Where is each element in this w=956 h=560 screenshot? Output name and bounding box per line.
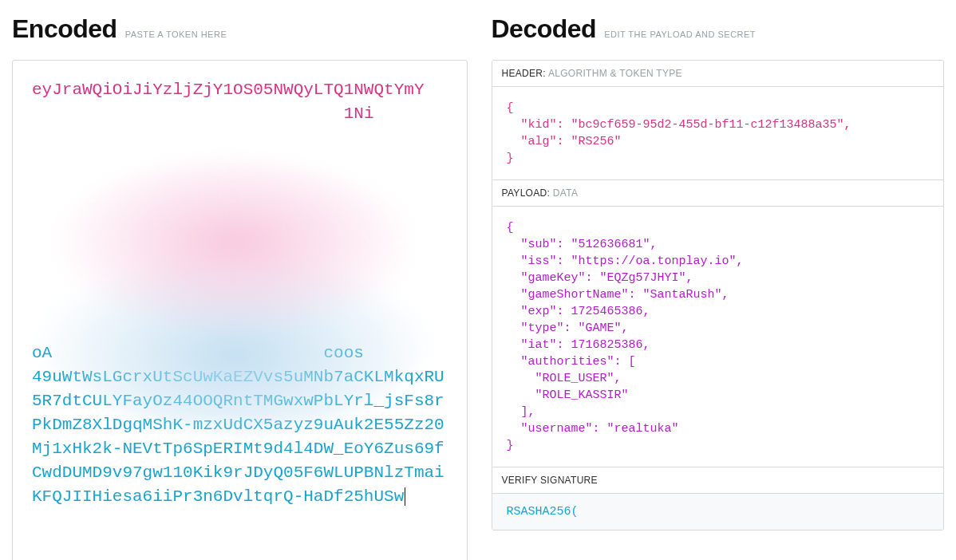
redaction-smudge [17, 160, 452, 432]
verify-section-title: VERIFY SIGNATURE [492, 467, 944, 494]
token-signature-part: 49uWtWsLGcrxUtScUwKaEZVvs5uMNb7aCKLMkqxR… [32, 368, 444, 506]
encoded-subtitle: PASTE A TOKEN HERE [125, 30, 227, 39]
header-section-label: HEADER: [502, 68, 546, 79]
header-section-sublabel: ALGORITHM & TOKEN TYPE [548, 68, 682, 79]
token-sig-mid: coos [323, 344, 363, 362]
payload-section-title: PAYLOAD: DATA [492, 180, 944, 207]
header-section-title: HEADER: ALGORITHM & TOKEN TYPE [492, 61, 944, 87]
verify-section-label: VERIFY SIGNATURE [502, 475, 598, 486]
decoded-title: Decoded [492, 14, 597, 44]
token-header-part: eyJraWQiOiJiYzljZjY1OS05NWQyLTQ1NWQtYmY [32, 81, 424, 99]
encoded-token-input[interactable]: eyJraWQiOiJiYzljZjY1OS05NWQyLTQ1NWQtYmYx… [12, 60, 468, 560]
payload-section-label: PAYLOAD: [502, 187, 551, 199]
token-sig-pre: oA [32, 344, 52, 362]
decoded-subtitle: EDIT THE PAYLOAD AND SECRET [604, 30, 756, 39]
text-cursor [405, 487, 405, 506]
header-json-editor[interactable]: { "kid": "bc9cf659-95d2-455d-bf11-c12f13… [492, 87, 944, 179]
encoded-title: Encoded [12, 14, 117, 44]
token-header-tail: 1Ni [344, 105, 374, 123]
payload-json-editor[interactable]: { "sub": "512636681", "iss": "https://oa… [492, 207, 944, 467]
verify-signature-body[interactable]: RSASHA256( [492, 494, 944, 530]
payload-section-sublabel: DATA [553, 187, 578, 199]
